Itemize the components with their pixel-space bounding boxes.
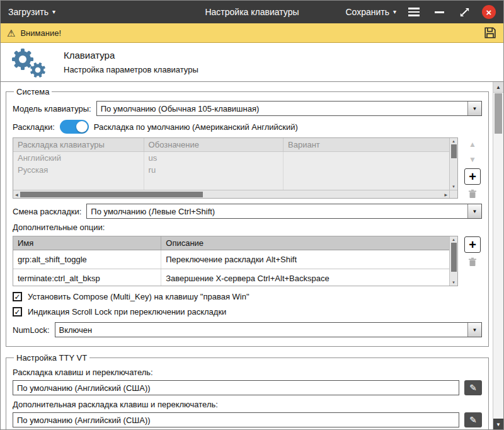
options-table-area: Имя Описание grp:alt_shift_toggle Перекл… — [13, 236, 482, 286]
tty-layout-input[interactable]: По умолчанию (Английский (США)) — [13, 380, 459, 395]
titlebar: Загрузить ▾ Настройка клавиатуры Сохрани… — [1, 1, 503, 23]
save-menu-button[interactable]: Сохранить ▾ — [345, 7, 396, 17]
scrollbar-corner — [449, 190, 457, 198]
trash-icon — [468, 257, 477, 267]
minimize-button[interactable] — [432, 4, 447, 20]
cell-option-description: Завершение X-сервера Ctrl+Alt+Backspace — [161, 269, 449, 286]
save-to-file-button[interactable] — [483, 26, 497, 40]
tty-layout-value: По умолчанию (Английский (США)) — [17, 383, 151, 393]
system-group: Система Модель клавиатуры: По умолчанию … — [6, 87, 489, 347]
check-icon: ✓ — [14, 308, 20, 316]
dropdown-button[interactable]: ▼ — [467, 102, 481, 115]
table-row[interactable]: terminate:ctrl_alt_bksp Завершение X-сер… — [13, 269, 449, 286]
move-down-button[interactable]: ▼ — [465, 153, 480, 166]
table-row[interactable]: grp:alt_shift_toggle Переключение раскла… — [13, 250, 449, 269]
right-arrow-icon: ▶ — [442, 192, 449, 197]
close-icon: × — [486, 8, 492, 17]
column-header: Обозначение — [144, 138, 284, 152]
tty-layout-label: Раскладка клавиш и переключатель: — [13, 368, 482, 377]
table-row[interactable]: Английский us — [13, 152, 449, 164]
check-icon: ✓ — [14, 293, 20, 301]
options-table-vscrollbar[interactable]: ▲ ▼ — [449, 236, 457, 286]
edit-tty-extra-layout-button[interactable]: ✎ — [464, 412, 482, 427]
default-layout-toggle[interactable] — [60, 120, 89, 134]
delete-option-button[interactable] — [465, 255, 480, 268]
compose-checkbox-label: Установить Compose (Multi_Key) на клавиш… — [28, 292, 249, 301]
tty-extra-layout-input[interactable]: По умолчанию (Английский (США)) — [13, 412, 459, 427]
down-arrow-icon: ▼ — [452, 183, 455, 190]
scroll-up-button[interactable]: ▲ — [493, 82, 503, 93]
down-arrow-icon: ▼ — [496, 422, 501, 427]
main-menu-button[interactable] — [406, 4, 421, 20]
layouts-table-vscrollbar[interactable]: ▲ ▼ — [449, 138, 457, 190]
layouts-table-header: Раскладка клавиатуры Обозначение Вариант — [13, 138, 449, 152]
table-row[interactable]: Русская ru — [13, 164, 449, 176]
floppy-icon — [483, 26, 497, 40]
pencil-icon: ✎ — [469, 415, 477, 425]
scroll-thumb[interactable] — [451, 243, 457, 272]
column-header: Описание — [161, 236, 449, 250]
down-arrow-icon: ▼ — [452, 279, 455, 286]
checkbox-checked-icon[interactable]: ✓ — [13, 307, 22, 317]
up-arrow-icon: ▲ — [452, 236, 455, 243]
layouts-row: Раскладки: Раскладка по умолчанию (Амери… — [13, 120, 482, 134]
dropdown-button[interactable]: ▼ — [467, 204, 481, 218]
plus-icon: + — [469, 170, 476, 183]
up-arrow-icon: ▲ — [469, 140, 476, 149]
dropdown-button[interactable]: ▼ — [467, 323, 481, 337]
add-layout-button[interactable]: + — [464, 168, 481, 185]
column-header: Вариант — [284, 138, 449, 152]
cell-option-name: grp:alt_shift_toggle — [13, 250, 161, 269]
column-header: Раскладка клавиатуры — [13, 138, 144, 152]
scroll-thumb[interactable] — [451, 144, 457, 158]
layouts-table-area: Раскладка клавиатуры Обозначение Вариант… — [13, 137, 482, 200]
window-title: Настройка клавиатуры — [205, 7, 299, 17]
minimize-icon — [435, 11, 444, 13]
page-subtitle: Настройка параметров клавиатуры — [64, 65, 198, 74]
warning-icon: ⚠ — [7, 28, 15, 38]
cell-layout-variant — [284, 164, 449, 176]
layout-switch-select[interactable]: По умолчанию (Левые Ctrl+Shift) ▼ — [86, 204, 482, 219]
keyboard-model-row: Модель клавиатуры: По умолчанию (Обычная… — [13, 101, 482, 116]
numlock-row: NumLock: Включен ▼ — [13, 322, 482, 337]
warning-bar: ⚠ Внимание! — [1, 23, 503, 43]
hamburger-icon — [408, 8, 420, 16]
edit-tty-layout-button[interactable]: ✎ — [464, 380, 482, 395]
close-button[interactable]: × — [482, 5, 496, 19]
scroll-track[interactable] — [493, 134, 503, 419]
tty-extra-layout-row: По умолчанию (Английский (США)) ✎ — [13, 412, 482, 427]
add-option-button[interactable]: + — [464, 236, 481, 253]
keyboard-model-label: Модель клавиатуры: — [13, 104, 91, 113]
move-up-button[interactable]: ▲ — [465, 138, 480, 151]
expand-icon — [459, 7, 470, 18]
compose-checkbox-row[interactable]: ✓ Установить Compose (Multi_Key) на клав… — [13, 292, 482, 301]
options-table-header: Имя Описание — [13, 236, 449, 250]
cell-option-name: terminate:ctrl_alt_bksp — [13, 269, 161, 286]
trash-icon — [468, 189, 477, 199]
tty-layout-row: По умолчанию (Английский (США)) ✎ — [13, 380, 482, 395]
numlock-value: Включен — [55, 323, 467, 337]
content-scrollbar[interactable]: ▲ ▼ — [493, 82, 503, 429]
layouts-table-hscrollbar[interactable]: ◀ ▶ — [13, 190, 449, 198]
down-arrow-icon: ▼ — [469, 155, 476, 164]
scroll-thumb[interactable] — [495, 93, 502, 134]
scroll-down-button[interactable]: ▼ — [493, 419, 503, 429]
numlock-label: NumLock: — [13, 325, 50, 335]
cell-option-description: Переключение раскладки Alt+Shift — [161, 250, 449, 269]
maximize-button[interactable] — [457, 4, 472, 20]
keyboard-model-select[interactable]: По умолчанию (Обычная 105-клавишная) ▼ — [96, 101, 482, 116]
scrolllock-checkbox-row[interactable]: ✓ Индикация Scroll Lock при переключении… — [13, 307, 482, 317]
chevron-down-icon: ▾ — [393, 9, 396, 15]
pencil-icon: ✎ — [469, 383, 477, 393]
delete-layout-button[interactable] — [465, 187, 480, 200]
up-arrow-icon: ▲ — [452, 138, 455, 144]
scroll-thumb[interactable] — [20, 192, 203, 197]
load-menu-button[interactable]: Загрузить ▾ — [8, 7, 55, 17]
layout-switch-row: Смена раскладки: По умолчанию (Левые Ctr… — [13, 204, 482, 219]
cell-layout-code: us — [144, 152, 284, 164]
left-arrow-icon: ◀ — [13, 192, 20, 197]
numlock-select[interactable]: Включен ▼ — [55, 322, 482, 337]
checkbox-checked-icon[interactable]: ✓ — [13, 292, 22, 301]
plus-icon: + — [469, 238, 476, 251]
save-menu-label: Сохранить — [345, 7, 389, 17]
